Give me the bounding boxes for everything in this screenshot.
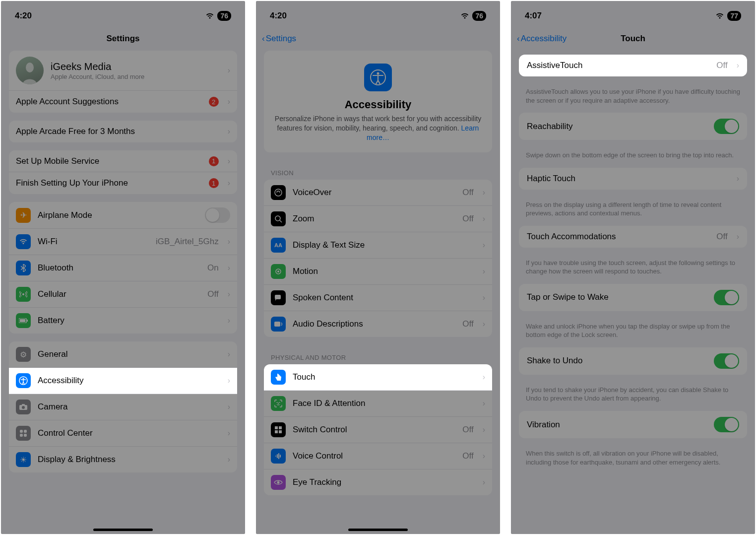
finish-setup-row[interactable]: Finish Setting Up Your iPhone 1 › [9, 172, 237, 194]
accessibility-row[interactable]: Accessibility › [9, 368, 237, 394]
chevron-icon: › [483, 399, 485, 408]
settings-screen: 4:20 76 Settings iGeeks Media Apple Acco… [1, 1, 245, 534]
switch-row[interactable]: Switch ControlOff› [264, 417, 492, 443]
badge: 1 [209, 156, 219, 166]
wifi-row[interactable]: Wi-Fi iGB_Airtel_5Ghz › [9, 229, 237, 255]
reachability-row[interactable]: Reachability [519, 113, 747, 140]
control-center-icon [16, 426, 31, 441]
hero-desc: Personalize iPhone in ways that work bes… [274, 114, 482, 142]
zoom-row[interactable]: ZoomOff› [264, 206, 492, 232]
camera-row[interactable]: Camera › [9, 394, 237, 420]
svg-point-15 [377, 72, 379, 75]
svg-rect-4 [27, 320, 28, 322]
chevron-icon: › [228, 429, 230, 438]
touch-icon [271, 370, 286, 385]
section-motor: PHYSICAL AND MOTOR [264, 345, 492, 364]
cellular-row[interactable]: Cellular Off › [9, 281, 237, 308]
chevron-icon: › [228, 316, 230, 325]
tapwake-row[interactable]: Tap or Swipe to Wake [519, 284, 747, 311]
svg-point-1 [22, 293, 24, 295]
hero-title: Accessibility [274, 98, 482, 111]
tapwake-toggle[interactable] [714, 290, 739, 305]
chevron-icon: › [228, 290, 230, 299]
section-vision: VISION [264, 160, 492, 180]
svg-rect-24 [275, 426, 278, 429]
svg-point-0 [26, 63, 34, 72]
textsize-row[interactable]: AADisplay & Text Size› [264, 232, 492, 259]
chevron-icon: › [483, 452, 485, 461]
shake-row[interactable]: Shake to Undo [519, 347, 747, 375]
account-suggestions-row[interactable]: Apple Account Suggestions 2 › [9, 91, 237, 113]
bluetooth-row[interactable]: Bluetooth On › [9, 255, 237, 281]
eye-row[interactable]: Eye Tracking› [264, 469, 492, 495]
tapwake-note: Wake and unlock iPhone when you tap the … [519, 319, 747, 347]
chevron-left-icon: ‹ [517, 34, 520, 44]
reachability-note: Swipe down on the bottom edge of the scr… [519, 148, 747, 168]
vibration-note: When this switch is off, all vibration o… [519, 446, 747, 474]
back-button[interactable]: ‹Accessibility [517, 34, 567, 44]
faceid-row[interactable]: Face ID & Attention› [264, 391, 492, 417]
touchacc-row[interactable]: Touch AccommodationsOff› [519, 226, 747, 248]
home-indicator[interactable] [348, 529, 408, 531]
chevron-icon: › [737, 61, 739, 70]
svg-rect-25 [279, 426, 282, 429]
touch-screen: 4:07 77 ‹Accessibility Touch AssistiveTo… [511, 1, 755, 534]
chevron-icon: › [228, 264, 230, 272]
faceid-icon [271, 396, 286, 411]
page-title: Touch [621, 34, 645, 44]
general-row[interactable]: ⚙ General › [9, 341, 237, 368]
voiceover-icon [271, 185, 286, 200]
wifi-icon [460, 12, 469, 19]
reachability-toggle[interactable] [714, 119, 739, 134]
audio-desc-icon [271, 317, 286, 332]
wifi-icon [205, 12, 214, 19]
profile-name: iGeeks Media [51, 61, 219, 72]
svg-point-8 [22, 406, 25, 409]
assistivetouch-row[interactable]: AssistiveTouchOff› [519, 55, 747, 76]
airplane-icon: ✈ [16, 208, 31, 223]
arcade-row[interactable]: Apple Arcade Free for 3 Months › [9, 121, 237, 142]
chevron-icon: › [483, 425, 485, 434]
chevron-icon: › [228, 455, 230, 464]
bluetooth-icon [16, 261, 31, 275]
vibration-toggle[interactable] [714, 417, 739, 432]
motion-row[interactable]: Motion› [264, 259, 492, 285]
spoken-icon [271, 290, 286, 305]
accessibility-hero-icon [364, 64, 392, 91]
nav-header: Settings [1, 27, 245, 51]
battery-icon: 77 [727, 11, 741, 21]
touchacc-note: If you have trouble using the touch scre… [519, 256, 747, 284]
display-row[interactable]: ☀ Display & Brightness › [9, 447, 237, 472]
accessibility-icon [16, 373, 31, 388]
chevron-icon: › [228, 97, 230, 106]
home-indicator[interactable] [93, 529, 153, 531]
badge: 2 [209, 97, 219, 107]
spoken-row[interactable]: Spoken Content› [264, 285, 492, 311]
chevron-icon: › [737, 174, 739, 183]
chevron-icon: › [483, 267, 485, 276]
voiceover-row[interactable]: VoiceOverOff› [264, 180, 492, 206]
battery-icon: 76 [472, 11, 486, 21]
page-title: Settings [106, 34, 139, 44]
chevron-icon: › [228, 376, 230, 385]
voicecontrol-row[interactable]: Voice ControlOff› [264, 443, 492, 469]
setup-mobile-row[interactable]: Set Up Mobile Service 1 › [9, 150, 237, 172]
airplane-toggle[interactable] [205, 207, 230, 223]
back-button[interactable]: ‹Settings [262, 34, 296, 44]
control-center-row[interactable]: Control Center › [9, 420, 237, 447]
audio-desc-row[interactable]: Audio DescriptionsOff› [264, 311, 492, 337]
chevron-icon: › [483, 478, 485, 487]
avatar [16, 57, 44, 84]
svg-point-17 [275, 216, 280, 221]
nav-header: ‹Settings [256, 27, 500, 51]
vibration-row[interactable]: Vibration [519, 411, 747, 438]
shake-toggle[interactable] [714, 353, 739, 369]
touch-row[interactable]: Touch› [264, 364, 492, 391]
haptic-row[interactable]: Haptic Touch› [519, 168, 747, 190]
profile-row[interactable]: iGeeks Media Apple Account, iCloud, and … [9, 51, 237, 91]
assistive-note: AssistiveTouch allows you to use your iP… [519, 84, 747, 113]
profile-sub: Apple Account, iCloud, and more [51, 73, 219, 80]
battery-row[interactable]: Battery › [9, 308, 237, 334]
airplane-row[interactable]: ✈ Airplane Mode [9, 202, 237, 229]
eye-icon [271, 475, 286, 490]
